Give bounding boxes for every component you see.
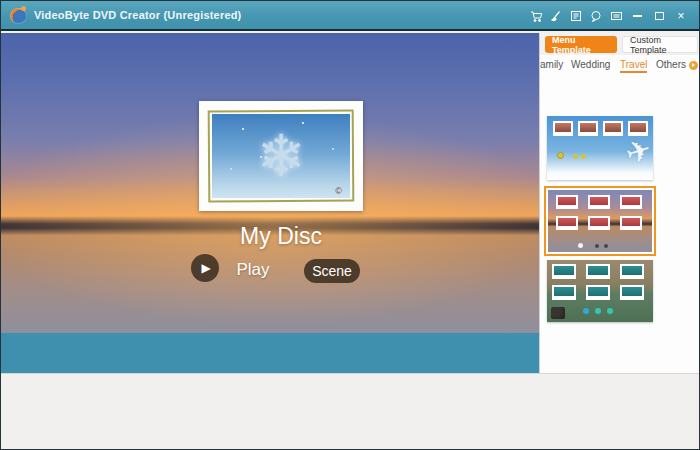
template-tabs-row: Menu Template Custom Template bbox=[540, 33, 700, 55]
category-row: amily Wedding Travel Others bbox=[540, 55, 700, 76]
scene-button[interactable]: Scene bbox=[304, 259, 360, 283]
template-thumb-autumn[interactable] bbox=[547, 260, 653, 322]
disc-title[interactable]: My Disc bbox=[171, 223, 391, 250]
play-label[interactable]: Play bbox=[228, 260, 278, 280]
category-family[interactable]: amily bbox=[540, 59, 563, 70]
category-scroll-right-icon[interactable] bbox=[689, 61, 698, 70]
title-bar: VideoByte DVD Creator (Unregistered) bbox=[1, 1, 700, 31]
brush-icon[interactable] bbox=[549, 9, 563, 23]
tab-custom-template[interactable]: Custom Template bbox=[622, 36, 698, 53]
play-triangle-icon: ▶ bbox=[201, 261, 210, 275]
sparkle-dots bbox=[242, 128, 244, 130]
snowflake-thumbnail-image: ❄ © bbox=[212, 114, 350, 198]
snowflake-icon: ❄ bbox=[257, 127, 306, 185]
template-sidebar: Menu Template Custom Template amily Wedd… bbox=[539, 33, 700, 373]
pager-bar: ‹ 1 of 2 Page(s) › ☆ Save As Custom Temp… bbox=[1, 333, 539, 373]
menu-thumbnail-frame[interactable]: ❄ © bbox=[199, 101, 363, 211]
template-list: ✈ bbox=[540, 76, 700, 373]
menu-preview-canvas[interactable]: ❄ © My Disc ▶ Play Scene bbox=[1, 33, 539, 333]
copyright-mark: © bbox=[335, 186, 342, 196]
app-logo-icon bbox=[10, 8, 27, 24]
template-thumb-airplane[interactable]: ✈ bbox=[547, 116, 653, 180]
register-icon[interactable] bbox=[569, 9, 583, 23]
cart-icon[interactable] bbox=[529, 9, 543, 23]
template-thumb-sunset-selected[interactable] bbox=[544, 186, 656, 256]
window-title: VideoByte DVD Creator (Unregistered) bbox=[34, 9, 242, 21]
feedback-icon[interactable] bbox=[589, 9, 603, 23]
tab-menu-template[interactable]: Menu Template bbox=[545, 36, 617, 53]
category-wedding[interactable]: Wedding bbox=[571, 59, 610, 70]
close-button[interactable]: × bbox=[673, 8, 689, 24]
figure-silhouette bbox=[551, 307, 565, 319]
template-thumb-sunset-image bbox=[548, 190, 652, 252]
menu-icon[interactable] bbox=[609, 9, 623, 23]
bottom-panel: Add Background Music: ... Loop Apply to … bbox=[1, 373, 700, 450]
maximize-button[interactable] bbox=[651, 8, 667, 24]
category-others[interactable]: Others bbox=[656, 59, 686, 70]
play-button[interactable]: ▶ bbox=[191, 254, 219, 282]
category-travel[interactable]: Travel bbox=[620, 59, 647, 73]
app-window: VideoByte DVD Creator (Unregistered) bbox=[0, 0, 700, 450]
minimize-button[interactable] bbox=[629, 8, 645, 24]
airplane-icon: ✈ bbox=[621, 131, 653, 172]
